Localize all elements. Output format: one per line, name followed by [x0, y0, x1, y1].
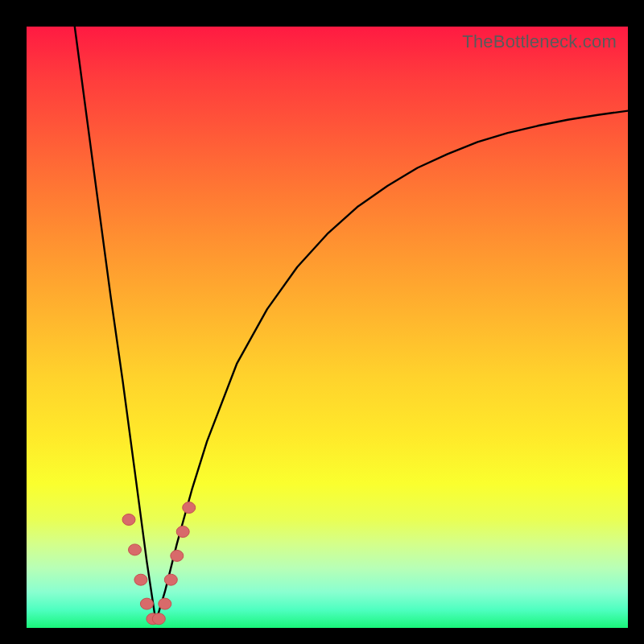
plot-area: TheBottleneck.com	[27, 27, 628, 628]
bottleneck-curve	[75, 27, 628, 622]
chart-frame: TheBottleneck.com	[0, 0, 644, 644]
bead-point	[183, 502, 196, 514]
bead-point	[176, 526, 189, 538]
bead-point	[159, 598, 171, 609]
bead-point	[129, 544, 142, 555]
bead-group	[122, 502, 196, 625]
curve-svg	[27, 27, 628, 628]
bead-point	[164, 574, 177, 585]
bead-point	[140, 598, 153, 609]
bead-point	[171, 550, 184, 561]
bead-point	[122, 514, 135, 526]
bead-point	[152, 613, 165, 625]
bead-point	[134, 574, 147, 585]
